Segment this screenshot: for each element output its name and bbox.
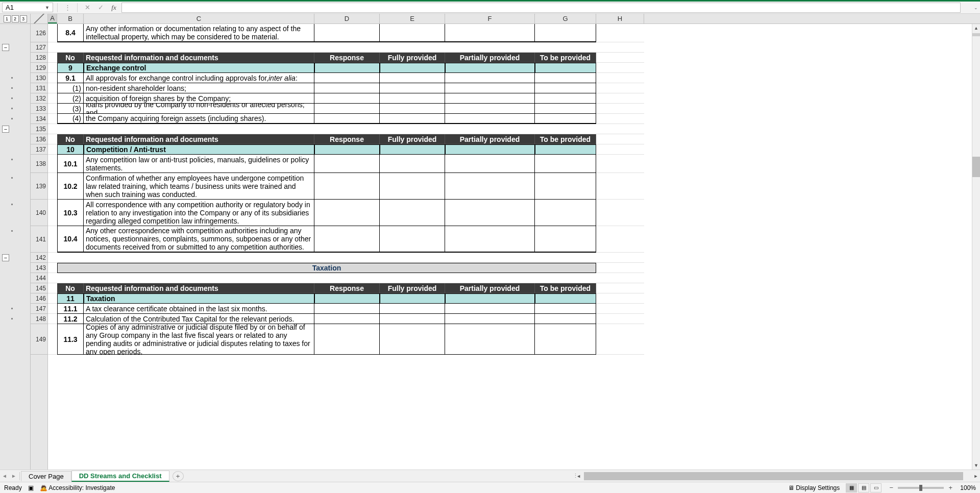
zoom-handle[interactable] <box>919 485 922 491</box>
cell-fully-provided[interactable]: Fully provided <box>380 53 445 63</box>
cell-empty[interactable] <box>596 104 644 114</box>
cell[interactable] <box>535 63 596 73</box>
row-header-133[interactable]: 133 <box>31 104 47 114</box>
scroll-thumb[interactable] <box>972 157 980 177</box>
cell-grid[interactable]: 8.4Any other information or documentatio… <box>48 24 980 470</box>
cell[interactable] <box>535 155 596 173</box>
cell[interactable] <box>380 155 445 173</box>
row-header-143[interactable]: 143 <box>31 263 47 273</box>
cell-empty[interactable] <box>596 226 644 253</box>
cell[interactable] <box>314 173 380 200</box>
cell-empty[interactable] <box>48 253 57 263</box>
cell-empty[interactable] <box>596 304 644 314</box>
row-header-145[interactable]: 145 <box>31 283 47 293</box>
cell[interactable] <box>314 114 380 124</box>
cell-empty[interactable] <box>596 324 644 355</box>
cell[interactable] <box>314 104 380 114</box>
cell[interactable] <box>445 324 535 355</box>
row-header-148[interactable]: 148 <box>31 314 47 324</box>
cell-no[interactable]: (4) <box>57 114 84 124</box>
cell-no[interactable]: 9.1 <box>57 73 84 83</box>
cell[interactable] <box>535 324 596 355</box>
cell-empty[interactable] <box>48 324 57 355</box>
cell[interactable] <box>314 155 380 173</box>
cell-empty[interactable] <box>596 134 644 144</box>
cell[interactable] <box>314 83 380 93</box>
formula-expand-icon[interactable]: ⌄ <box>972 5 980 10</box>
cell-no[interactable]: 11.2 <box>57 314 84 324</box>
cell-empty[interactable] <box>57 253 84 263</box>
cell[interactable] <box>445 73 535 83</box>
cell-tobe[interactable] <box>535 24 596 42</box>
header-no[interactable]: No <box>57 134 84 144</box>
col-header-C[interactable]: C <box>84 14 314 23</box>
outline-collapse-button[interactable]: − <box>2 254 9 261</box>
name-box[interactable]: A1 ▼ <box>2 3 53 12</box>
cell-empty[interactable] <box>48 73 57 83</box>
split-handle[interactable] <box>972 33 980 36</box>
cell[interactable] <box>314 293 380 304</box>
cell-empty[interactable] <box>445 253 535 263</box>
col-header-H[interactable]: H <box>596 14 644 23</box>
cell-empty[interactable] <box>596 293 644 304</box>
cell[interactable] <box>445 314 535 324</box>
cell[interactable] <box>535 293 596 304</box>
cell-fully[interactable] <box>380 24 445 42</box>
cell-empty[interactable] <box>48 273 57 283</box>
cell-empty[interactable] <box>48 304 57 314</box>
cell[interactable] <box>380 144 445 155</box>
row-header-144[interactable]: 144 <box>31 273 47 283</box>
hscroll-right-icon[interactable]: ► <box>972 472 980 480</box>
zoom-in-button[interactable]: + <box>947 484 954 491</box>
cell-empty[interactable] <box>314 273 380 283</box>
row-header-128[interactable]: 128 <box>31 53 47 63</box>
cell[interactable] <box>535 104 596 114</box>
cell-empty[interactable] <box>57 273 84 283</box>
cell-empty[interactable] <box>48 293 57 304</box>
section-no[interactable]: 10 <box>57 144 84 155</box>
cell[interactable] <box>380 73 445 83</box>
cell-empty[interactable] <box>48 124 57 134</box>
cell-response[interactable]: Response <box>314 283 380 293</box>
cell[interactable] <box>535 93 596 104</box>
sheet-tab-cover-page[interactable]: Cover Page <box>21 471 71 481</box>
tab-next-icon[interactable]: ► <box>9 471 18 481</box>
col-header-G[interactable]: G <box>535 14 596 23</box>
cell-empty[interactable] <box>48 53 57 63</box>
cell[interactable] <box>380 304 445 314</box>
chevron-down-icon[interactable]: ▼ <box>45 5 50 10</box>
cell[interactable] <box>380 83 445 93</box>
cell-desc[interactable]: non-resident shareholder loans; <box>84 83 314 93</box>
cell-empty[interactable] <box>48 134 57 144</box>
cell-empty[interactable] <box>596 83 644 93</box>
add-sheet-button[interactable]: ＋ <box>173 471 184 481</box>
cell[interactable] <box>445 83 535 93</box>
formula-input[interactable] <box>121 3 961 13</box>
zoom-level[interactable]: 100% <box>960 484 976 491</box>
hscroll-thumb[interactable] <box>584 472 963 480</box>
cell[interactable] <box>445 104 535 114</box>
row-header-136[interactable]: 136 <box>31 134 47 144</box>
cell[interactable] <box>314 63 380 73</box>
row-header-149[interactable]: 149 <box>31 324 47 355</box>
cell-to-be-provided[interactable]: To be provided <box>535 283 596 293</box>
cell-response[interactable]: Response <box>314 53 380 63</box>
cell-empty[interactable] <box>48 114 57 124</box>
cell-empty[interactable] <box>380 42 445 53</box>
cell-desc[interactable]: All approvals for exchange control inclu… <box>84 73 314 83</box>
outline-level-1[interactable]: 1 <box>4 15 11 22</box>
more-icon[interactable]: ⋮ <box>62 3 73 13</box>
cell-empty[interactable] <box>57 124 84 134</box>
zoom-slider[interactable]: − + <box>888 484 954 491</box>
col-header-B[interactable]: B <box>57 14 84 23</box>
cell-empty[interactable] <box>48 263 57 273</box>
cell[interactable] <box>535 226 596 253</box>
view-page-layout-icon[interactable]: ▤ <box>858 483 869 492</box>
macro-record-icon[interactable]: ▣ <box>28 484 34 491</box>
zoom-track[interactable] <box>898 487 944 489</box>
cell[interactable] <box>445 63 535 73</box>
cell-empty[interactable] <box>380 124 445 134</box>
section-no[interactable]: 11 <box>57 293 84 304</box>
cell-response[interactable] <box>314 24 380 42</box>
cell[interactable] <box>445 144 535 155</box>
